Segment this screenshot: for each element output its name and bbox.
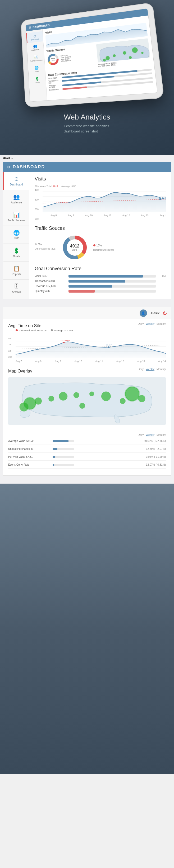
nav-archive[interactable]: 🗄 Archive <box>3 280 29 297</box>
nav-seo-icon: 🌐 <box>13 229 20 236</box>
tablet-header-title: DASHBOARD <box>32 24 50 29</box>
goal-bar-fill-revenue <box>69 285 112 287</box>
stats-tab-daily[interactable]: Daily <box>138 433 144 436</box>
svg-point-39 <box>120 398 126 404</box>
visits-chart-container: 400 300 200 100 <box>35 189 166 220</box>
svg-point-37 <box>90 392 94 396</box>
map-tab-weekly[interactable]: Weekly <box>146 368 154 371</box>
stat-row-avg-value: Average Value $85.32 69.50% (+22.76%) <box>8 439 166 445</box>
stat-label-unique: Unique Purchases 41 <box>8 447 50 451</box>
goal-bar-bg-quantity <box>69 290 156 292</box>
nav-audience-icon: 👥 <box>13 194 20 200</box>
ipad-status-bar: iPad ▾ <box>0 155 174 162</box>
visits-chart-area: 143 Aug 8 Aug 9 Aug 10 Aug 11 Aug 12 Aug… <box>43 189 166 220</box>
visits-title: Visits <box>35 176 166 182</box>
tablet-donut-chart: 4912 visits <box>47 53 60 66</box>
tablet-nav-goals-label: Goals <box>35 81 40 84</box>
stat-bar-bg-pervisit <box>53 456 74 458</box>
time-legend-this-week: This Week Total: 00:01:08 <box>16 329 47 332</box>
goal-label-quantity: Quantity 426 <box>35 290 66 292</box>
tablet-audience-icon: 👥 <box>33 44 37 49</box>
time-tab-monthly[interactable]: Monthly <box>156 322 166 325</box>
stats-tab-monthly[interactable]: Monthly <box>156 433 166 436</box>
tablet-nav-audience[interactable]: 👥 Audience <box>27 41 44 54</box>
svg-point-42 <box>79 403 85 409</box>
svg-text:4912: 4912 <box>51 58 55 60</box>
nav-goals-label: Goals <box>13 255 20 258</box>
tablet-nav-traffic[interactable]: 📊 Traffic Sources <box>27 52 45 65</box>
tablet-nav-seo-label: SEO <box>35 70 39 73</box>
dashboard-body: ⊙ Dashboard 👥 Audience 📊 Traffic Sources… <box>3 172 171 299</box>
traffic-dot-gray <box>35 243 37 245</box>
donut-wrapper: 4912 visits <box>61 234 88 261</box>
stat-change-avg: 69.50% (+22.76%) <box>76 439 166 442</box>
nav-goals[interactable]: 💲 Goals <box>3 244 29 262</box>
tablet-main: Visits <box>43 16 157 100</box>
traffic-labels-left: 6% Other Sources (295) <box>35 243 56 252</box>
stat-bar-fill-pervisit <box>53 456 55 458</box>
hi-text: Hi Alex <box>150 311 159 315</box>
nav-seo[interactable]: 🌐 SEO <box>3 226 29 244</box>
right-panel-header: 👤 Hi Alex ⏻ <box>3 307 171 319</box>
stat-label-pervisit: Per Visit Value $7.31 <box>8 455 50 458</box>
time-tab-daily[interactable]: Daily <box>138 322 144 325</box>
traffic-dot-red <box>93 244 96 246</box>
visits-chart-svg: 143 <box>43 189 166 212</box>
tablet-nav-goals[interactable]: 💲 Goals <box>29 74 46 86</box>
ipad-section: iPad ▾ ⚙ DASHBOARD ⊙ Dashboard 👥 Audienc… <box>0 155 174 484</box>
time-tab-weekly[interactable]: Weekly <box>146 322 154 325</box>
time-chart-svg: 00:00:02 00:37 <box>16 337 166 358</box>
tablet-text-section: Web Analytics Ecommerce website analytic… <box>43 102 131 139</box>
svg-point-36 <box>74 392 79 398</box>
goal-val-visits: 100 <box>158 275 166 278</box>
tablet-traffic-icon: 📊 <box>33 55 38 59</box>
left-sidebar: ⊙ Dashboard 👥 Audience 📊 Traffic Sources… <box>3 172 29 299</box>
dashboard-header: ⚙ DASHBOARD <box>3 162 171 172</box>
time-tabs: Daily Weekly Monthly <box>138 322 166 325</box>
tablet-goals-icon: 💲 <box>35 76 39 81</box>
stat-bar-fill-unique <box>53 448 57 450</box>
stat-bar-bg-ecom <box>53 464 74 466</box>
stat-bar-fill-avg <box>53 440 69 442</box>
time-chart-container: 5m 2m 1m 30s <box>8 337 166 364</box>
tablet-bar-label-4: Quantity 426 <box>49 88 61 91</box>
tablet-bar-label-3: Revenue $17,618 <box>49 84 61 88</box>
traffic-section: Traffic Souces 6% Other Sources (295) <box>35 225 166 261</box>
nav-reports-icon: 📋 <box>13 266 20 272</box>
map-tab-daily[interactable]: Daily <box>138 368 144 371</box>
goal-row-quantity: Quantity 426 <box>35 290 166 292</box>
tablet-nav-seo[interactable]: 🌐 SEO <box>28 63 45 75</box>
stat-bar-bg-unique <box>53 448 74 450</box>
map-tab-monthly[interactable]: Monthly <box>156 368 166 371</box>
nav-dashboard[interactable]: ⊙ Dashboard <box>3 172 29 190</box>
nav-audience[interactable]: 👥 Audience <box>3 190 29 208</box>
wifi-icon: ▾ <box>11 157 13 160</box>
ipad-label: iPad <box>3 156 10 160</box>
tablet-screen: ⚙ DASHBOARD ⊙ Dashboard 👥 Audience 📊 Tra <box>25 8 157 101</box>
time-chart-yaxis: 5m 2m 1m 30s <box>8 337 15 358</box>
map-tabs: Daily Weekly Monthly <box>138 368 166 371</box>
nav-audience-label: Audience <box>11 201 22 204</box>
power-icon[interactable]: ⏻ <box>163 311 167 315</box>
goal-row-transactions: Transactions 318 <box>35 280 166 283</box>
stat-row-ecom: Ecom. Conv. Rate 12.07% (-0.81%) <box>8 463 166 469</box>
stats-tab-weekly[interactable]: Weekly <box>146 433 154 436</box>
donut-center: 4912 visits <box>70 244 80 251</box>
nav-archive-label: Archive <box>12 290 21 293</box>
stats-tabs: Daily Weekly Monthly <box>8 433 166 436</box>
goal-bar-bg-visits <box>69 275 156 278</box>
avg-time-section: Avg. Time on Site Daily Weekly Monthly T… <box>8 323 166 364</box>
stat-bar-fill-ecom <box>53 464 54 466</box>
traffic-label-6pct: 6% <box>35 243 56 246</box>
tablet-seo-icon: 🌐 <box>34 66 39 70</box>
traffic-content: 6% Other Sources (295) <box>35 234 166 261</box>
nav-traffic[interactable]: 📊 Traffic Sources <box>3 208 29 226</box>
stat-row-unique: Unique Purchases 41 12.89% (-2.07%) <box>8 447 166 453</box>
sub-title-2: dashboard screenshot <box>64 129 110 134</box>
nav-reports[interactable]: 📋 Reports <box>3 262 29 280</box>
visits-yaxis: 400 300 200 100 <box>35 189 42 220</box>
ipad-dashboard: ⚙ DASHBOARD ⊙ Dashboard 👥 Audience 📊 Tra… <box>3 162 171 299</box>
goal-row-revenue: Revenue $17,618 <box>35 285 166 287</box>
goal-bar-bg-transactions <box>69 280 156 283</box>
visits-section: Visits This Week Total: 4912 Average: 3/… <box>35 176 166 220</box>
